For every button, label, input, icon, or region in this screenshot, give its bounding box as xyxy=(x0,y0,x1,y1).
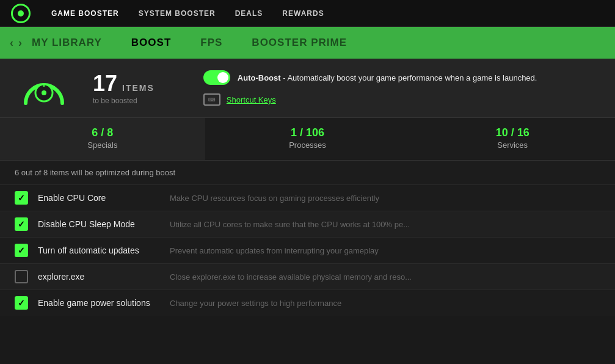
list-item-name: explorer.exe xyxy=(38,272,160,282)
logo-inner xyxy=(18,10,24,16)
second-nav-items: MY LIBRARY BOOST FPS BOOSTER PRIME xyxy=(32,37,347,49)
nav-boost[interactable]: BOOST xyxy=(131,37,171,49)
auto-boost-text: Auto-Boost - Automatically boost your ga… xyxy=(238,73,537,82)
tab-services[interactable]: 10 / 16 Services xyxy=(410,118,615,160)
items-label: ITEMS xyxy=(122,83,155,93)
list-item-name: Enable CPU Core xyxy=(38,193,160,203)
list-item: ✓Turn off automatic updatesPrevent autom… xyxy=(0,237,615,263)
top-nav-bar: GAME BOOSTER SYSTEM BOOSTER DEALS REWARD… xyxy=(0,0,615,27)
shortcut-row: ⌨ Shortcut Keys xyxy=(203,93,537,106)
auto-boost-toggle[interactable] xyxy=(203,70,230,85)
tabs-section: 6 / 8 Specials 1 / 106 Processes 10 / 16… xyxy=(0,118,615,161)
auto-boost-row: Auto-Boost - Automatically boost your ga… xyxy=(203,70,537,85)
list-item-desc: Change your power settings to high perfo… xyxy=(170,299,600,308)
services-label: Services xyxy=(497,140,528,150)
nav-item-system-booster[interactable]: SYSTEM BOOSTER xyxy=(139,9,216,18)
nav-item-deals[interactable]: DEALS xyxy=(235,9,263,18)
checkmark-icon: ✓ xyxy=(18,193,25,203)
specials-count: 6 / 8 xyxy=(92,126,113,139)
list-item-desc: Close explorer.exe to increase available… xyxy=(170,272,600,282)
specials-label: Specials xyxy=(87,140,117,150)
logo-circle xyxy=(11,4,31,23)
processes-label: Processes xyxy=(289,140,326,150)
nav-booster-prime[interactable]: BOOSTER PRIME xyxy=(252,37,347,49)
checkmark-icon: ✓ xyxy=(18,298,25,308)
checkmark-icon: ✓ xyxy=(18,219,25,229)
processes-count: 1 / 106 xyxy=(291,126,324,139)
list-item: ✓Enable game power solutionsChange your … xyxy=(0,289,615,316)
item-number: 17 xyxy=(93,71,117,96)
list-item-checkbox[interactable]: ✓ xyxy=(15,296,28,310)
list-item: ✓Disable CPU Sleep ModeUtilize all CPU c… xyxy=(0,211,615,237)
list-header: 6 out of 8 items will be optimized durin… xyxy=(0,161,615,184)
shortcut-keys-link[interactable]: Shortcut Keys xyxy=(227,95,276,104)
gauge-svg xyxy=(20,70,68,106)
nav-item-game-booster[interactable]: GAME BOOSTER xyxy=(51,9,119,18)
list-item-name: Turn off automatic updates xyxy=(38,246,160,255)
list-item-desc: Prevent automatic updates from interrupt… xyxy=(170,246,600,255)
auto-boost-desc: - Automatically boost your game performa… xyxy=(281,73,537,82)
list-item: explorer.exeClose explorer.exe to increa… xyxy=(0,263,615,289)
list-item-checkbox[interactable] xyxy=(15,270,28,283)
back-arrow[interactable]: ‹ xyxy=(10,37,13,49)
top-nav-items: GAME BOOSTER SYSTEM BOOSTER DEALS REWARD… xyxy=(51,9,324,18)
auto-boost-section: Auto-Boost - Automatically boost your ga… xyxy=(203,70,537,106)
tab-processes[interactable]: 1 / 106 Processes xyxy=(205,118,410,160)
nav-my-library[interactable]: MY LIBRARY xyxy=(32,37,102,49)
keyboard-icon: ⌨ xyxy=(203,93,220,106)
list-item-checkbox[interactable]: ✓ xyxy=(15,244,28,257)
list-section: 6 out of 8 items will be optimized durin… xyxy=(0,161,615,316)
keyboard-icon-label: ⌨ xyxy=(208,97,216,103)
items-sub-label: to be boosted xyxy=(93,96,155,105)
list-item-name: Disable CPU Sleep Mode xyxy=(38,219,160,229)
item-count-section: 17 ITEMS to be boosted xyxy=(93,71,155,105)
nav-arrows: ‹ › xyxy=(10,37,22,49)
list-item-checkbox[interactable]: ✓ xyxy=(15,217,28,231)
boost-gauge xyxy=(20,70,68,106)
second-nav-bar: ‹ › MY LIBRARY BOOST FPS BOOSTER PRIME xyxy=(0,27,615,59)
app-logo xyxy=(10,2,32,24)
nav-item-rewards[interactable]: REWARDS xyxy=(282,9,324,18)
svg-point-1 xyxy=(42,90,46,95)
list-items-container: ✓Enable CPU CoreMake CPU resources focus… xyxy=(0,184,615,316)
list-item: ✓Enable CPU CoreMake CPU resources focus… xyxy=(0,184,615,211)
list-item-desc: Make CPU resources focus on gaming proce… xyxy=(170,194,600,203)
auto-boost-label: Auto-Boost xyxy=(238,73,281,82)
nav-fps[interactable]: FPS xyxy=(200,37,222,49)
list-item-name: Enable game power solutions xyxy=(38,298,160,308)
list-item-desc: Utilize all CPU cores to make sure that … xyxy=(170,220,600,229)
stats-bar: 17 ITEMS to be boosted Auto-Boost - Auto… xyxy=(0,59,615,118)
checkmark-icon: ✓ xyxy=(18,246,25,255)
forward-arrow[interactable]: › xyxy=(18,37,22,49)
tab-specials[interactable]: 6 / 8 Specials xyxy=(0,118,205,160)
list-item-checkbox[interactable]: ✓ xyxy=(15,191,28,205)
services-count: 10 / 16 xyxy=(496,126,529,139)
